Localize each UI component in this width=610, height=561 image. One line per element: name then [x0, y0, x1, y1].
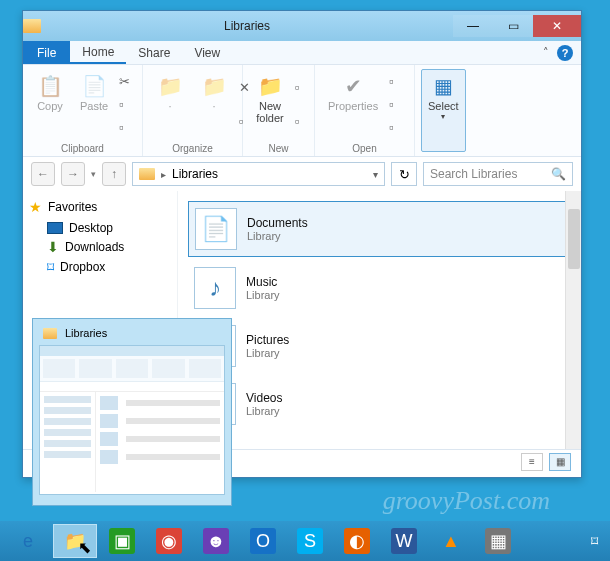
taskbar-word[interactable]: W [382, 524, 426, 558]
group-clipboard-label: Clipboard [29, 141, 136, 154]
library-item-videos[interactable]: ► Videos Library [188, 377, 571, 431]
refresh-button[interactable]: ↻ [391, 162, 417, 186]
thumb-app-icon [43, 328, 57, 339]
favorites-header[interactable]: ★ Favorites [29, 199, 171, 215]
scrollbar[interactable] [565, 191, 581, 449]
tab-share[interactable]: Share [126, 41, 182, 64]
taskbar-vlc[interactable]: ▲ [429, 524, 473, 558]
library-item-music[interactable]: ♪ Music Library [188, 261, 571, 315]
tray-dropbox-icon[interactable]: ⌑ [584, 531, 604, 551]
download-icon: ⬇ [47, 239, 59, 255]
up-button[interactable]: ↑ [102, 162, 126, 186]
details-view-button[interactable]: ≡ [521, 453, 543, 471]
ribbon: 📋Copy 📄Paste ✂ ▫ ▫ Clipboard 📁· 📁· ✕ ▫ O… [23, 65, 581, 157]
copy-path-icon[interactable]: ▫ [119, 97, 135, 113]
group-open-label: Open [321, 141, 408, 154]
desktop-icon [47, 222, 63, 234]
taskbar-thumbnail[interactable]: Libraries [32, 318, 232, 506]
paste-shortcut-icon[interactable]: ▫ [119, 120, 135, 136]
properties-button[interactable]: ✔Properties [321, 69, 385, 141]
move-to-button[interactable]: 📁· [149, 69, 191, 141]
library-item-documents[interactable]: 📄 Documents Library [188, 201, 571, 257]
copy-to-button[interactable]: 📁· [193, 69, 235, 141]
close-button[interactable]: ✕ [533, 15, 581, 37]
address-dropdown-icon[interactable]: ▾ [373, 169, 378, 180]
thumb-preview[interactable] [39, 345, 225, 495]
paste-button[interactable]: 📄Paste [73, 69, 115, 141]
icons-view-button[interactable]: ▦ [549, 453, 571, 471]
taskbar-outlook[interactable]: O [241, 524, 285, 558]
history-icon[interactable]: ▫ [389, 120, 405, 136]
items-view[interactable]: 📄 Documents Library♪ Music Library▦ Pict… [178, 191, 581, 449]
easy-access-icon[interactable]: ▫ [295, 114, 311, 130]
library-item-pictures[interactable]: ▦ Pictures Library [188, 319, 571, 373]
address-path: Libraries [172, 167, 218, 181]
recent-dropdown[interactable]: ▾ [91, 169, 96, 179]
cut-icon[interactable]: ✂ [119, 74, 135, 90]
taskbar-store[interactable]: ▣ [100, 524, 144, 558]
taskbar-firefox[interactable]: ◐ [335, 524, 379, 558]
address-bar: ← → ▾ ↑ ▸ Libraries ▾ ↻ Search Libraries… [23, 157, 581, 191]
group-select-label [421, 152, 479, 154]
search-placeholder: Search Libraries [430, 167, 517, 181]
minimize-button[interactable]: — [453, 15, 493, 37]
library-icon: 📄 [195, 208, 237, 250]
search-input[interactable]: Search Libraries 🔍 [423, 162, 573, 186]
taskbar-ie[interactable]: e [6, 524, 50, 558]
app-icon [23, 19, 41, 33]
location-icon [139, 168, 155, 180]
library-icon: ♪ [194, 267, 236, 309]
new-folder-button[interactable]: 📁New folder [249, 69, 291, 141]
edit-icon[interactable]: ▫ [389, 97, 405, 113]
watermark: groovyPost.com [383, 486, 550, 516]
taskbar-chrome[interactable]: ◉ [147, 524, 191, 558]
tab-view[interactable]: View [182, 41, 232, 64]
search-icon: 🔍 [551, 167, 566, 181]
taskbar-app2[interactable]: ▦ [476, 524, 520, 558]
group-new-label: New [249, 141, 308, 154]
dropbox-icon: ⌑ [47, 259, 54, 275]
titlebar[interactable]: Libraries — ▭ ✕ [23, 11, 581, 41]
window-title: Libraries [41, 19, 453, 33]
forward-button[interactable]: → [61, 162, 85, 186]
copy-button[interactable]: 📋Copy [29, 69, 71, 141]
nav-item-dropbox[interactable]: ⌑ Dropbox [29, 257, 171, 277]
ribbon-tabs: File Home Share View ˄ ? [23, 41, 581, 65]
maximize-button[interactable]: ▭ [493, 15, 533, 37]
new-item-icon[interactable]: ▫ [295, 80, 311, 96]
star-icon: ★ [29, 199, 42, 215]
ribbon-collapse-button[interactable]: ˄ [543, 46, 549, 59]
group-organize-label: Organize [149, 141, 236, 154]
help-icon[interactable]: ? [557, 45, 573, 61]
nav-item-downloads[interactable]: ⬇ Downloads [29, 237, 171, 257]
select-button[interactable]: ▦Select▾ [421, 69, 466, 152]
taskbar-app1[interactable]: ☻ [194, 524, 238, 558]
thumb-title: Libraries [65, 327, 107, 339]
open-icon[interactable]: ▫ [389, 74, 405, 90]
taskbar[interactable]: e📁▣◉☻OS◐W▲▦ ⌑ [0, 521, 610, 561]
address-input[interactable]: ▸ Libraries ▾ [132, 162, 385, 186]
taskbar-skype[interactable]: S [288, 524, 332, 558]
nav-item-desktop[interactable]: Desktop [29, 219, 171, 237]
file-tab[interactable]: File [23, 41, 70, 64]
taskbar-explorer[interactable]: 📁 [53, 524, 97, 558]
tab-home[interactable]: Home [70, 41, 126, 64]
back-button[interactable]: ← [31, 162, 55, 186]
